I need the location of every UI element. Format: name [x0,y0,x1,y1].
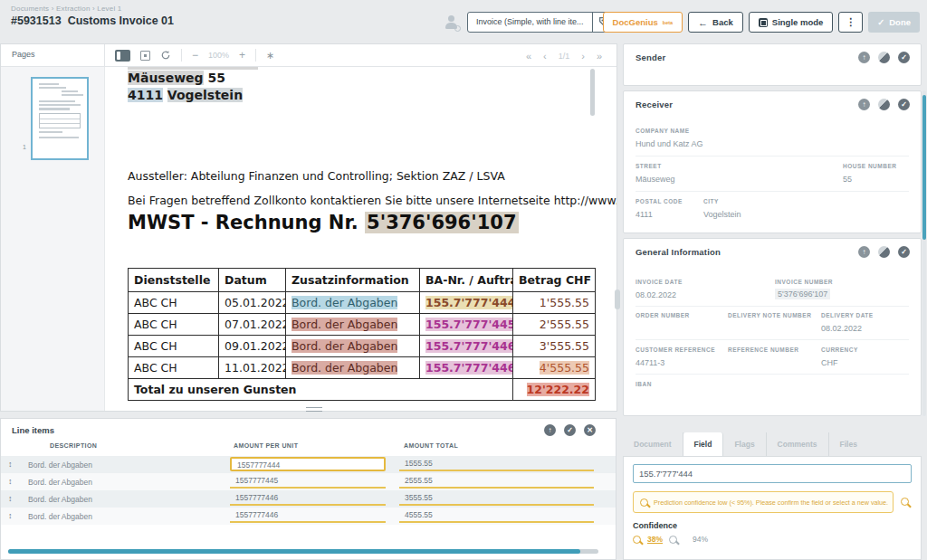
cell-datum[interactable]: 07.01.2022 [219,314,286,336]
street-field[interactable]: Mäuseweg [636,175,675,184]
magnifier-action-icon[interactable] [901,498,909,506]
cell-datum[interactable]: 11.01.2022 [219,357,286,379]
cell-betrag[interactable]: 1'555.55 [513,292,596,314]
magnifier-secondary-icon[interactable] [669,536,677,544]
doc-issuer-line[interactable]: Aussteller: Abteilung Finanzen und Contr… [128,169,505,183]
company-name-field[interactable]: Hund und Katz AG [636,139,703,148]
cell-ba-nr[interactable]: 155.7'777'445 [420,314,513,336]
line-item-amount-total[interactable]: 1555.55 [399,457,594,471]
doc-invoice-number[interactable]: 5'376'696'107 [365,212,518,233]
cell-betrag[interactable]: 2'555.55 [513,314,596,336]
cell-zusatzinformation[interactable]: Bord. der Abgaben [286,336,420,357]
doc-invoice-heading[interactable]: MWST - Rechnung Nr. 5'376'696'107 [128,212,519,233]
magnifier-primary-icon[interactable] [633,536,641,544]
scrollbar-thumb[interactable] [922,95,926,240]
assignee-icon[interactable] [444,15,458,29]
page-thumbnail[interactable] [31,77,89,160]
sidebar-toggle-icon[interactable] [115,50,130,62]
tab-files[interactable]: Files [829,432,868,456]
invoice-number-field[interactable]: 5'376'696'107 [775,289,830,299]
line-item-description[interactable]: Bord. der Abgaben [28,512,92,521]
layout-select[interactable]: Invoice (Simple, with line ite... [467,12,616,33]
drag-handle-icon[interactable]: ↕ [8,460,13,469]
tab-document[interactable]: Document [623,432,683,456]
annotations-icon[interactable]: ∗ [266,50,274,62]
line-item-amount-total[interactable]: 2555.55 [399,474,594,489]
line-item-amount-per-unit[interactable]: 1557777446 [230,491,386,506]
city-field[interactable]: Vogelstein [703,210,741,219]
field-value-input[interactable] [633,464,912,483]
vertical-resize-handle[interactable] [615,289,620,309]
doc-contact-line[interactable]: Bei Fragen betreffend Zollkonto kontakti… [128,194,616,207]
autofill-icon[interactable] [878,99,890,110]
canvas-scrollbar[interactable] [590,69,595,116]
confirm-section-icon[interactable]: ✓ [898,246,910,258]
line-item-description[interactable]: Bord. der Abgaben [28,478,92,487]
confirm-section-icon[interactable]: ✓ [898,52,910,63]
horizontal-resize-handle[interactable] [306,407,322,412]
cell-dienststelle[interactable]: ABC CH [129,336,219,357]
fit-to-page-icon[interactable] [140,51,150,61]
prev-page-button[interactable]: ‹ [543,51,547,62]
customer-reference-field[interactable]: 44711-3 [636,358,664,367]
line-item-amount-per-unit[interactable]: 1557777446 [230,508,386,523]
document-canvas[interactable]: Hund und Katz AG Mäuseweg 55 4111 Vogels… [105,67,616,411]
zoom-in-button[interactable]: + [239,51,245,60]
drag-handle-icon[interactable]: ↕ [8,494,13,503]
tab-field[interactable]: Field [683,432,724,456]
zoom-out-button[interactable]: − [192,51,198,60]
cell-betrag[interactable]: 4'555.55 [513,357,596,379]
doc-address-company[interactable]: Hund und Katz AG [128,67,258,70]
drag-handle-icon[interactable]: ↕ [8,477,13,486]
cell-ba-nr[interactable]: 155.7'777'444 [420,292,513,314]
line-item-amount-total[interactable]: 3555.55 [399,491,594,506]
house-number-field[interactable]: 55 [843,175,852,184]
confirm-section-icon[interactable]: ✓ [898,99,910,110]
confirm-all-icon[interactable]: ✓ [564,424,576,436]
line-item-amount-per-unit[interactable]: 1557777445 [230,474,386,489]
first-page-button[interactable]: « [526,51,531,62]
more-options-button[interactable]: ⋮ [838,12,863,33]
cell-datum[interactable]: 05.01.2022 [219,292,286,314]
autofill-icon[interactable] [878,246,890,258]
line-item-description[interactable]: Bord. der Abgaben [28,460,92,470]
doc-address-street[interactable]: Mäuseweg 55 [128,71,225,85]
refresh-icon[interactable] [160,50,171,61]
doc-address-city[interactable]: 4111 Vogelstein [128,88,243,102]
cell-dienststelle[interactable]: ABC CH [129,314,219,336]
collapse-icon[interactable]: ↑ [544,424,556,436]
cell-dienststelle[interactable]: ABC CH [129,357,219,379]
postal-code-field[interactable]: 4111 [636,210,653,219]
invoice-date-field[interactable]: 08.02.2022 [636,290,676,299]
right-panel-scrollbar[interactable] [922,90,926,416]
cell-zusatzinformation[interactable]: Bord. der Abgaben [286,314,420,336]
docgenius-button[interactable]: DocGeniusbeta [603,12,683,33]
cell-zusatzinformation[interactable]: Bord. der Abgaben [286,292,420,314]
drag-handle-icon[interactable]: ↕ [8,511,13,520]
single-mode-button[interactable]: Single mode [749,12,833,33]
confidence-primary-value[interactable]: 38% [647,535,663,544]
tab-comments[interactable]: Comments [767,432,829,456]
clear-all-icon[interactable]: ✕ [584,424,596,436]
line-item-amount-total[interactable]: 4555.55 [399,508,594,523]
cell-datum[interactable]: 09.01.2022 [219,336,286,357]
collapse-icon[interactable]: ↑ [858,52,870,63]
cell-zusatzinformation[interactable]: Bord. der Abgaben [286,357,420,379]
cell-dienststelle[interactable]: ABC CH [129,292,219,314]
autofill-icon[interactable] [878,52,890,63]
delivery-date-field[interactable]: 08.02.2022 [821,324,862,333]
line-items-scrollbar[interactable] [8,549,598,554]
done-button[interactable]: ✓ Done [868,12,920,33]
line-item-description[interactable]: Bord. der Abgaben [28,495,92,504]
cell-ba-nr[interactable]: 155.7'777'446 [420,336,513,357]
tab-flags[interactable]: Flags [723,432,766,456]
back-button[interactable]: ← Back [688,12,743,33]
currency-field[interactable]: CHF [821,358,838,367]
scrollbar-thumb[interactable] [8,549,580,554]
last-page-button[interactable]: » [597,51,602,62]
collapse-icon[interactable]: ↑ [858,246,870,258]
cell-ba-nr[interactable]: 155.7'777'446 [420,357,513,379]
cell-betrag[interactable]: 3'555.55 [513,336,596,357]
next-page-button[interactable]: › [581,51,585,62]
total-value[interactable]: 12'222.22 [513,379,596,401]
